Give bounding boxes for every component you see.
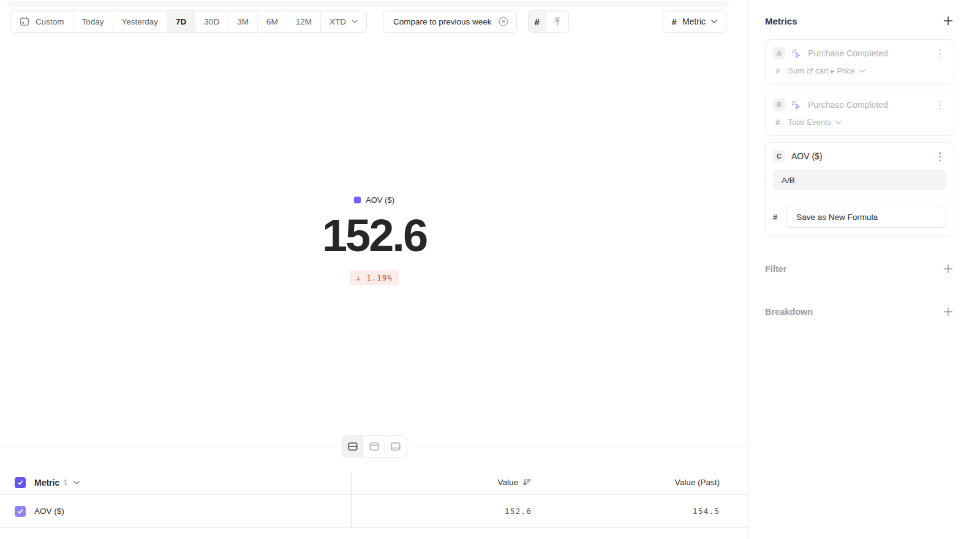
arrow-up-icon bbox=[552, 17, 562, 26]
toolbar: Custom Today Yesterday 7D 30D 3M 6M 12M … bbox=[10, 10, 726, 33]
metric-value: 152.6 bbox=[322, 209, 426, 262]
formula-metric-name[interactable]: AOV ($) bbox=[791, 151, 823, 161]
add-breakdown-button[interactable] bbox=[942, 306, 954, 318]
remove-compare-icon[interactable] bbox=[498, 16, 509, 27]
row-value-past: 154.5 bbox=[693, 507, 720, 516]
hash-icon: # bbox=[775, 66, 780, 75]
hash-icon: # bbox=[535, 17, 540, 27]
add-metric-button[interactable] bbox=[942, 15, 954, 27]
metric-count: 1 bbox=[63, 478, 68, 487]
metric-card-c[interactable]: C AOV ($) ⋮ A/B # Save as New Formula bbox=[765, 142, 954, 237]
query-builder-sidebar: Metrics A Purchase Completed bbox=[748, 0, 980, 539]
date-range-12m[interactable]: 12M bbox=[287, 10, 321, 32]
row-metric-name: AOV ($) bbox=[34, 507, 64, 516]
date-range-custom[interactable]: Custom bbox=[10, 10, 74, 32]
date-range-xtd[interactable]: XTD bbox=[321, 10, 366, 32]
aggregation-selector[interactable]: Total Events bbox=[788, 118, 842, 127]
compare-chip-label: Compare to previous week bbox=[393, 17, 492, 26]
metric-event-name[interactable]: Purchase Completed bbox=[808, 100, 888, 110]
arrow-up-view-toggle[interactable] bbox=[546, 10, 568, 32]
sort-descending-icon bbox=[522, 478, 532, 486]
legend-label: AOV ($) bbox=[366, 195, 394, 205]
hash-icon: # bbox=[775, 118, 780, 127]
metric-badge: C bbox=[773, 150, 785, 162]
value-past-column-header[interactable]: Value (Past) bbox=[675, 478, 720, 487]
chevron-down-icon[interactable] bbox=[74, 481, 80, 484]
metric-column-header: Metric bbox=[34, 478, 59, 488]
select-all-checkbox[interactable] bbox=[15, 477, 26, 488]
series-swatch bbox=[354, 197, 361, 203]
chart-top-layout-icon bbox=[369, 442, 379, 451]
event-sparkle-icon bbox=[791, 48, 802, 59]
compare-chip[interactable]: Compare to previous week bbox=[383, 10, 517, 33]
date-range-today[interactable]: Today bbox=[74, 10, 113, 32]
filter-title: Filter bbox=[765, 264, 786, 274]
metric-badge: B bbox=[773, 99, 785, 111]
chart-legend[interactable]: AOV ($) bbox=[354, 195, 394, 205]
number-view-toggle[interactable]: # bbox=[529, 10, 546, 32]
chart-bottom-layout-icon bbox=[391, 442, 401, 451]
date-range-3m[interactable]: 3M bbox=[228, 10, 258, 32]
metric-badge: A bbox=[773, 47, 785, 59]
formula-input[interactable]: A/B bbox=[773, 170, 946, 190]
date-range-group: Custom Today Yesterday 7D 30D 3M 6M 12M … bbox=[10, 10, 367, 33]
results-table: Metric 1 Value Valu bbox=[0, 470, 748, 528]
kebab-menu-icon[interactable]: ⋮ bbox=[933, 48, 946, 59]
metric-dropdown-button[interactable]: # Metric bbox=[663, 10, 726, 33]
layout-toggle bbox=[338, 435, 411, 458]
hash-icon: # bbox=[773, 213, 777, 222]
hash-icon: # bbox=[672, 17, 677, 27]
calendar-icon bbox=[19, 16, 30, 27]
table-header-row: Metric 1 Value Valu bbox=[0, 470, 748, 495]
metric-event-name[interactable]: Purchase Completed bbox=[808, 48, 888, 58]
main-panel: Custom Today Yesterday 7D 30D 3M 6M 12M … bbox=[0, 0, 748, 539]
metric-card-b[interactable]: B Purchase Completed ⋮ # Total Events bbox=[765, 91, 954, 136]
date-range-6m[interactable]: 6M bbox=[258, 10, 287, 32]
table-row[interactable]: AOV ($) 152.6 154.5 bbox=[0, 495, 748, 528]
chart-top-layout-button[interactable] bbox=[364, 436, 385, 457]
split-layout-button[interactable] bbox=[342, 436, 364, 457]
date-range-yesterday[interactable]: Yesterday bbox=[113, 10, 168, 32]
row-value: 152.6 bbox=[505, 507, 532, 516]
metrics-title: Metrics bbox=[765, 16, 797, 26]
save-as-new-formula-button[interactable]: Save as New Formula bbox=[786, 206, 946, 228]
big-number-chart: AOV ($) 152.6 ↓ 1.19% bbox=[0, 33, 748, 447]
kebab-menu-icon[interactable]: ⋮ bbox=[933, 151, 946, 162]
date-range-label: Custom bbox=[36, 17, 64, 26]
kebab-menu-icon[interactable]: ⋮ bbox=[933, 100, 946, 110]
app: Custom Today Yesterday 7D 30D 3M 6M 12M … bbox=[0, 0, 980, 539]
metric-card-a[interactable]: A Purchase Completed ⋮ # Sum of cart ▸ bbox=[765, 39, 954, 85]
event-sparkle-icon bbox=[791, 100, 802, 110]
date-range-30d[interactable]: 30D bbox=[195, 10, 228, 32]
metrics-section-header: Metrics bbox=[765, 15, 954, 27]
aggregation-selector[interactable]: Sum of cart ▸ Price bbox=[788, 66, 865, 75]
panel-top-edge bbox=[6, 1, 729, 7]
chevron-down-icon bbox=[711, 20, 717, 23]
value-column-header[interactable]: Value bbox=[497, 478, 532, 487]
breakdown-section: Breakdown bbox=[765, 306, 954, 318]
filter-section: Filter bbox=[765, 263, 954, 275]
date-range-7d[interactable]: 7D bbox=[167, 10, 195, 32]
visualization-toggle: # bbox=[528, 10, 569, 33]
split-layout-icon bbox=[347, 442, 358, 451]
chevron-down-icon bbox=[352, 20, 358, 23]
chart-bottom-layout-button[interactable] bbox=[385, 436, 407, 457]
metric-dropdown-label: Metric bbox=[682, 17, 706, 26]
add-filter-button[interactable] bbox=[942, 263, 954, 275]
breakdown-title: Breakdown bbox=[765, 307, 813, 317]
row-checkbox[interactable] bbox=[15, 506, 26, 517]
delta-badge: ↓ 1.19% bbox=[350, 270, 399, 285]
